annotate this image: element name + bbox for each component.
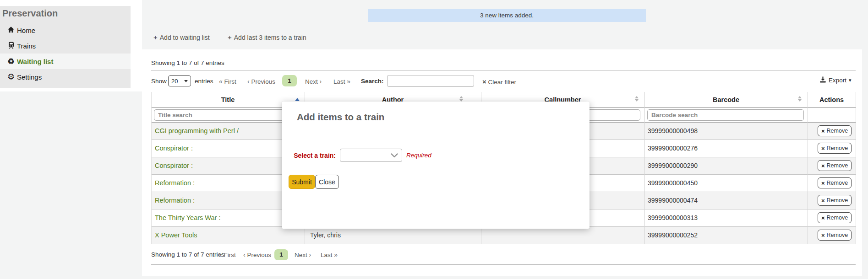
download-icon [819,76,826,84]
sidebar-item-label: Waiting list [17,58,53,65]
chevron-right-icon: › [309,251,311,258]
remove-button[interactable]: ×Remove [818,160,852,171]
title-link[interactable]: Conspirator : [155,162,193,169]
entries-select[interactable]: 20 [168,75,191,86]
divider [151,70,856,71]
sidebar-item-label: Settings [17,73,42,81]
entries-label: entries [195,78,213,85]
sidebar-item-waiting-list[interactable]: ♻ Waiting list [0,54,131,69]
title-link[interactable]: Conspirator : [155,145,193,152]
title-link[interactable]: X Power Tools [155,231,197,239]
column-header-barcode[interactable]: Barcode [644,92,808,107]
alert-message: 3 new items added. [368,9,646,22]
add-last-items-to-train-button[interactable]: +Add last 3 items to a train [228,33,306,43]
chevron-down-icon [184,80,188,82]
title-link[interactable]: CGI programming with Perl / [155,127,239,134]
export-button[interactable]: Export ▾ [819,76,852,84]
recycle-icon: ♻ [6,58,16,65]
title-link[interactable]: Reformation : [155,197,195,204]
x-icon: × [482,78,486,86]
double-chevron-left-icon: « [219,78,223,85]
remove-button[interactable]: ×Remove [818,143,852,154]
remove-button[interactable]: ×Remove [818,177,852,188]
last-page-button[interactable]: Last » [321,251,338,258]
clear-filter-button[interactable]: × Clear filter [482,78,516,86]
home-icon [6,26,16,35]
chevron-right-icon: › [320,78,322,85]
sidebar-item-home[interactable]: Home [0,22,131,38]
double-chevron-right-icon: » [347,78,350,85]
barcode-cell: 39999000000252 [648,231,698,239]
barcode-cell: 39999000000290 [648,162,698,169]
chevron-left-icon: ‹ [243,251,246,258]
sidebar-item-trains[interactable]: Trains [0,38,131,54]
next-page-button[interactable]: Next › [295,251,311,258]
required-hint: Required [406,152,431,159]
sidebar-item-settings[interactable]: ⚙ Settings [0,69,131,85]
remove-button[interactable]: ×Remove [818,195,852,206]
modal-title: Add items to a train [297,112,384,123]
title-search-input[interactable] [154,109,300,121]
x-icon: × [821,215,825,221]
double-chevron-left-icon: « [218,251,222,258]
sort-icon[interactable] [635,96,639,102]
first-page-button[interactable]: « First [218,251,236,258]
barcode-search-input[interactable] [647,109,804,121]
divider [808,92,808,244]
barcode-cell: 39999000000313 [648,214,698,221]
submit-button[interactable]: Submit [289,175,315,189]
select-train-label: Select a train: [282,152,336,159]
train-select[interactable] [340,149,402,162]
plus-icon: + [153,33,158,41]
last-page-button[interactable]: Last » [333,78,350,85]
x-icon: × [821,232,825,238]
x-icon: × [821,180,825,186]
add-items-to-train-modal: Add items to a train Select a train: Req… [282,102,590,229]
sort-icon[interactable] [459,96,463,102]
previous-page-button[interactable]: ‹ Previous [243,251,271,258]
chevron-down-icon [391,152,398,159]
barcode-cell: 39999000000450 [648,179,698,187]
entries-info-bottom: Showing 1 to 7 of 7 entries [151,251,224,258]
page-number-button[interactable]: 1 [282,75,297,86]
next-page-button[interactable]: Next › [305,78,322,85]
train-icon [6,42,16,50]
divider [151,264,856,265]
sidebar-title: Preservation [2,8,58,19]
search-label: Search: [361,78,384,85]
show-label: Show [151,78,167,85]
x-icon: × [821,163,825,169]
page-number-button[interactable]: 1 [274,249,288,260]
sort-icon[interactable] [798,96,802,102]
remove-button[interactable]: ×Remove [818,230,852,241]
divider [151,244,856,244]
title-link[interactable]: Reformation : [155,179,195,187]
gear-icon: ⚙ [6,73,16,81]
plus-icon: + [228,33,232,41]
x-icon: × [821,145,825,151]
x-icon: × [821,128,825,134]
add-to-waiting-list-button[interactable]: +Add to waiting list [153,33,210,43]
divider [644,92,645,244]
barcode-cell: 39999000000498 [648,127,698,134]
divider [856,92,856,244]
previous-page-button[interactable]: ‹ Previous [247,78,275,85]
remove-button[interactable]: ×Remove [818,212,852,223]
barcode-cell: 39999000000276 [648,145,698,152]
chevron-left-icon: ‹ [247,78,250,85]
author-cell: Tyler, chris [310,231,341,239]
barcode-cell: 39999000000474 [648,197,698,204]
search-input[interactable] [387,75,474,87]
sort-ascending-icon[interactable] [295,98,300,101]
entries-info-top: Showing 1 to 7 of 7 entries [151,59,224,66]
sidebar-item-label: Home [17,27,35,34]
caret-down-icon: ▾ [849,77,852,83]
title-link[interactable]: The Thirty Years War : [155,214,220,221]
table-row [151,227,856,244]
divider [151,92,152,244]
remove-button[interactable]: ×Remove [818,125,852,136]
sidebar-item-label: Trains [17,42,36,50]
x-icon: × [821,198,825,204]
close-button[interactable]: Close [315,175,339,189]
first-page-button[interactable]: « First [219,78,236,85]
